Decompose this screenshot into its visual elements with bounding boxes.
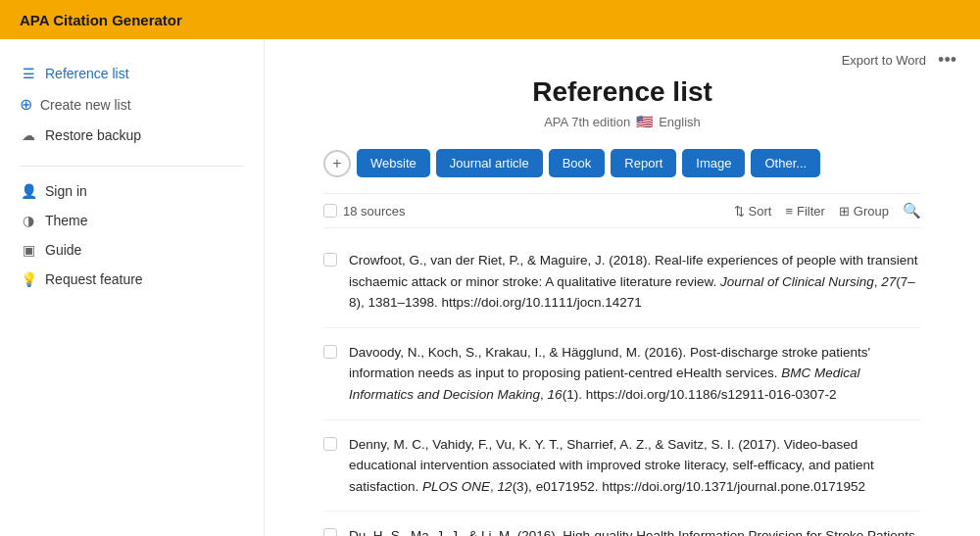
sidebar-divider: [20, 166, 244, 167]
sidebar-lists-section: ☰ Reference list ⊕ Create new list ☁ Res…: [0, 59, 264, 150]
sort-label: Sort: [749, 204, 772, 219]
content-area: Reference list APA 7th edition 🇺🇸 Englis…: [265, 76, 980, 536]
list-icon: ☰: [20, 66, 37, 81]
ref-text: Du, H.-S., Ma, J.-J., & Li, M. (2016). H…: [349, 525, 921, 536]
sign-in-label: Sign in: [45, 183, 87, 199]
group-icon: ⊞: [839, 204, 850, 219]
sidebar-user-section: 👤 Sign in ◑ Theme ▣ Guide 💡 Request feat…: [0, 176, 264, 294]
layout: ☰ Reference list ⊕ Create new list ☁ Res…: [0, 39, 980, 536]
sidebar-item-create-new-list[interactable]: ⊕ Create new list: [0, 88, 264, 121]
filter-icon: ≡: [785, 204, 793, 219]
theme-icon: ◑: [20, 213, 37, 228]
create-new-list-label: Create new list: [40, 97, 131, 113]
sidebar: ☰ Reference list ⊕ Create new list ☁ Res…: [0, 39, 265, 536]
sidebar-item-request-feature[interactable]: 💡 Request feature: [0, 265, 264, 294]
sidebar-item-sign-in[interactable]: 👤 Sign in: [0, 176, 264, 206]
app-title: APA Citation Generator: [20, 12, 182, 28]
source-type-website[interactable]: Website: [357, 149, 430, 177]
edition-label: APA 7th edition: [544, 115, 630, 129]
ref-checkbox[interactable]: [323, 437, 337, 451]
add-source-button[interactable]: +: [323, 150, 351, 177]
ref-text: Davoody, N., Koch, S., Krakau, I., & Häg…: [349, 342, 921, 406]
sort-button[interactable]: ⇅ Sort: [734, 204, 772, 219]
cloud-icon: ☁: [20, 127, 37, 143]
group-button[interactable]: ⊞ Group: [839, 204, 889, 219]
sources-count-label: 18 sources: [343, 204, 406, 219]
group-label: Group: [854, 204, 889, 219]
more-options-button[interactable]: •••: [938, 51, 956, 69]
search-button[interactable]: 🔍: [903, 202, 921, 219]
references-list: Crowfoot, G., van der Riet, P., & Maguir…: [323, 236, 921, 536]
page-title: Reference list: [323, 76, 921, 108]
request-feature-label: Request feature: [45, 271, 143, 287]
sources-count-area: 18 sources: [323, 204, 406, 219]
plus-circle-icon: ⊕: [20, 95, 32, 114]
table-row: Crowfoot, G., van der Riet, P., & Maguir…: [323, 236, 921, 328]
user-icon: 👤: [20, 183, 37, 199]
select-all-checkbox[interactable]: [323, 204, 337, 218]
sort-icon: ⇅: [734, 204, 745, 219]
sidebar-item-restore-backup[interactable]: ☁ Restore backup: [0, 121, 264, 150]
header: APA Citation Generator: [0, 0, 980, 39]
source-type-journal-article[interactable]: Journal article: [436, 149, 543, 177]
source-type-book[interactable]: Book: [549, 149, 606, 177]
ref-text: Denny, M. C., Vahidy, F., Vu, K. Y. T., …: [349, 434, 921, 498]
restore-backup-label: Restore backup: [45, 127, 141, 143]
source-type-image[interactable]: Image: [682, 149, 745, 177]
source-type-report[interactable]: Report: [611, 149, 676, 177]
sidebar-item-reference-list[interactable]: ☰ Reference list: [0, 59, 264, 88]
sidebar-reference-list-label: Reference list: [45, 66, 129, 81]
toolbar: Export to Word •••: [265, 39, 980, 76]
language-label: English: [659, 115, 701, 129]
export-to-word-button[interactable]: Export to Word: [842, 53, 926, 68]
sidebar-item-theme[interactable]: ◑ Theme: [0, 206, 264, 235]
filter-button[interactable]: ≡ Filter: [785, 204, 824, 219]
table-row: Du, H.-S., Ma, J.-J., & Li, M. (2016). H…: [323, 512, 921, 536]
main-content: Export to Word ••• Reference list APA 7t…: [265, 39, 980, 536]
subtitle: APA 7th edition 🇺🇸 English: [323, 114, 921, 129]
ref-text: Crowfoot, G., van der Riet, P., & Maguir…: [349, 250, 921, 314]
sidebar-item-guide[interactable]: ▣ Guide: [0, 235, 264, 265]
ref-checkbox[interactable]: [323, 345, 337, 359]
table-row: Denny, M. C., Vahidy, F., Vu, K. Y. T., …: [323, 420, 921, 512]
guide-icon: ▣: [20, 242, 37, 258]
theme-label: Theme: [45, 213, 88, 228]
star-icon: 💡: [20, 271, 37, 287]
filter-bar: 18 sources ⇅ Sort ≡ Filter ⊞ Group: [323, 193, 921, 228]
guide-label: Guide: [45, 242, 81, 258]
flag-icon: 🇺🇸: [636, 114, 653, 129]
source-type-bar: + Website Journal article Book Report Im…: [323, 149, 921, 177]
table-row: Davoody, N., Koch, S., Krakau, I., & Häg…: [323, 328, 921, 420]
source-type-other[interactable]: Other...: [751, 149, 820, 177]
filter-actions: ⇅ Sort ≡ Filter ⊞ Group 🔍: [734, 202, 921, 219]
ref-checkbox[interactable]: [323, 253, 337, 267]
filter-label: Filter: [797, 204, 825, 219]
ref-checkbox[interactable]: [323, 528, 337, 536]
